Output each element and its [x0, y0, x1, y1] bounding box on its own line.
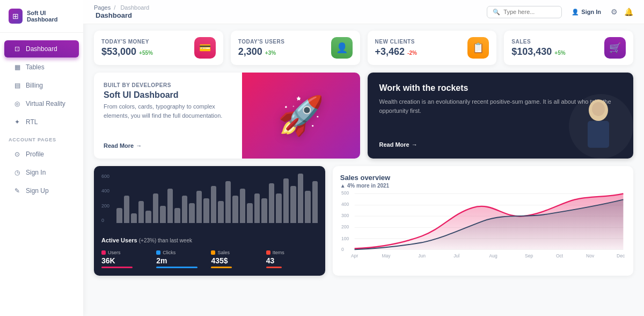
- notifications-icon[interactable]: 🔔: [624, 8, 633, 16]
- svg-text:Nov: Nov: [586, 253, 595, 258]
- legend-bar-clicks: [156, 267, 197, 268]
- bar-chart-container: 600 400 200 0: [101, 174, 318, 233]
- bar-item: [218, 201, 224, 223]
- main-content: Pages / Dashboard Dashboard 🔍 👤 Sign In …: [83, 0, 644, 316]
- sidebar-item-signin[interactable]: ◷ Sign In: [4, 164, 79, 181]
- breadcrumb-pages[interactable]: Pages: [94, 4, 111, 11]
- promo-card: Built by developers Soft UI Dashboard Fr…: [94, 73, 360, 159]
- chart-subtitle-text: (+23%) than last week: [139, 238, 192, 243]
- svg-text:500: 500: [341, 190, 349, 196]
- sidebar-item-label: Billing: [26, 82, 43, 89]
- bar-chart-y-labels: 600 400 200 0: [101, 174, 109, 223]
- bar-item: [189, 203, 195, 223]
- bar-item: [160, 206, 166, 223]
- sidebar-item-tables[interactable]: ▦ Tables: [4, 59, 79, 76]
- stat-info-users: Today's Users 2,300 +3%: [238, 39, 285, 58]
- person-illustration: [577, 94, 620, 159]
- svg-text:Apr: Apr: [351, 253, 358, 258]
- sidebar-item-rtl[interactable]: ✦ RTL: [4, 113, 79, 131]
- stat-label-users: Today's Users: [238, 39, 285, 45]
- svg-text:300: 300: [341, 213, 349, 218]
- search-input[interactable]: [503, 9, 556, 15]
- chart-footer: Active Users (+23%) than last week: [101, 237, 318, 243]
- topbar: Pages / Dashboard Dashboard 🔍 👤 Sign In …: [83, 0, 644, 24]
- breadcrumb-current: Dashboard: [120, 4, 149, 11]
- line-chart-card: Sales overview ▲ 4% more in 2021 500 400…: [333, 166, 633, 276]
- signup-icon: ✎: [13, 186, 21, 195]
- middle-row: Built by developers Soft UI Dashboard Fr…: [94, 73, 633, 159]
- promo-text: Built by developers Soft UI Dashboard Fr…: [94, 73, 242, 159]
- bar-item: [232, 196, 238, 223]
- legend-dot-clicks: [156, 250, 160, 255]
- stat-change-money: +55%: [139, 50, 153, 56]
- sidebar-item-profile[interactable]: ⊙ Profile: [4, 146, 79, 163]
- sidebar-item-signup[interactable]: ✎ Sign Up: [4, 182, 79, 199]
- stat-value-users: 2,300 +3%: [238, 46, 285, 58]
- promo-desc: From colors, cards, typography to comple…: [104, 102, 232, 120]
- bar-item: [182, 196, 188, 223]
- stat-icon-users: 👤: [331, 37, 353, 59]
- bar-item: [312, 181, 318, 223]
- bar-item: [203, 198, 209, 223]
- bar-item: [153, 193, 159, 223]
- stat-change-sales: +5%: [554, 50, 565, 56]
- page-title: Dashboard: [96, 11, 149, 19]
- billing-icon: ▤: [13, 81, 21, 90]
- read-more-button[interactable]: Read More →: [104, 142, 232, 149]
- legend-bar-items: [266, 267, 282, 268]
- legend-users: Users 36K: [101, 250, 153, 268]
- sidebar-item-label: Dashboard: [26, 45, 57, 53]
- legend-dot-items: [266, 250, 270, 255]
- stat-card-clients: New Clients +3,462 -2% 📋: [368, 31, 497, 65]
- legend-bar-users: [101, 267, 133, 268]
- stat-value-money: $53,000 +55%: [101, 46, 153, 58]
- sidebar-item-vr[interactable]: ◎ Virtual Reality: [4, 95, 79, 112]
- svg-text:Oct: Oct: [556, 253, 564, 258]
- search-bar[interactable]: 🔍: [487, 6, 562, 18]
- bar-item: [298, 174, 304, 223]
- promo-title: Soft UI Dashboard: [104, 90, 232, 100]
- arrow-icon: →: [136, 142, 142, 149]
- settings-icon[interactable]: ⚙: [611, 8, 618, 16]
- svg-text:Dec: Dec: [617, 253, 625, 258]
- stat-card-sales: Sales $103,430 +5% 🛒: [504, 31, 633, 65]
- svg-text:Sep: Sep: [525, 253, 533, 258]
- brand: ⊞ Soft UI Dashboard: [0, 0, 83, 33]
- stat-icon-sales: 🛒: [604, 37, 626, 59]
- tables-icon: ▦: [13, 63, 21, 71]
- dark-arrow-icon: →: [412, 141, 418, 148]
- line-chart-sub: ▲ 4% more in 2021: [340, 183, 626, 189]
- svg-text:400: 400: [341, 202, 349, 207]
- topbar-right: 🔍 👤 Sign In ⚙ 🔔: [487, 6, 633, 18]
- legend-value-sales: 435$: [211, 256, 262, 265]
- svg-text:May: May: [382, 253, 391, 258]
- user-icon: 👤: [572, 9, 579, 16]
- bar-item: [174, 208, 180, 223]
- sidebar-item-dashboard[interactable]: ⊡ Dashboard: [4, 40, 79, 58]
- svg-rect-1: [588, 121, 609, 148]
- svg-text:100: 100: [341, 236, 349, 241]
- signin-icon: ◷: [13, 168, 21, 177]
- bar-item: [305, 191, 311, 223]
- chart-legend: Users 36K Clicks 2m: [101, 250, 318, 268]
- bar-item: [196, 191, 202, 223]
- bar-item: [131, 213, 137, 223]
- bar-item: [247, 203, 253, 223]
- legend-value-clicks: 2m: [156, 256, 208, 265]
- legend-value-items: 43: [266, 256, 318, 265]
- stat-label-sales: Sales: [511, 39, 565, 45]
- bar-item: [276, 193, 282, 223]
- bar-item: [290, 186, 296, 223]
- sidebar-item-label: Sign In: [26, 169, 46, 176]
- legend-value-users: 36K: [101, 256, 153, 265]
- sidebar-item-billing[interactable]: ▤ Billing: [4, 77, 79, 94]
- bar-chart-card: 600 400 200 0 Active Users (+23%) than l…: [94, 166, 325, 276]
- bar-item: [269, 183, 275, 223]
- line-chart-title: Sales overview: [340, 174, 626, 182]
- legend-dot-users: [101, 250, 106, 255]
- chart-title: Active Users: [101, 237, 137, 243]
- sidebar-nav: ⊡ Dashboard ▦ Tables ▤ Billing ◎ Virtual…: [0, 33, 83, 316]
- breadcrumb: Pages / Dashboard Dashboard: [94, 4, 151, 19]
- signin-button[interactable]: 👤 Sign In: [568, 6, 604, 18]
- legend-bar-sales: [211, 267, 231, 268]
